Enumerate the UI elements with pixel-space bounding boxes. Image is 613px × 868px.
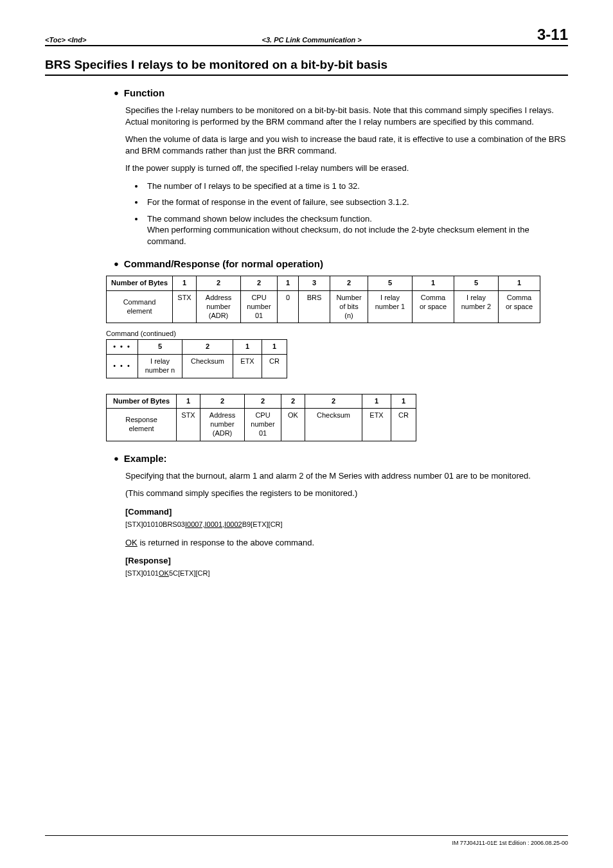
th: • • • bbox=[107, 340, 138, 355]
command-continued-note: Command (continued) bbox=[106, 330, 568, 337]
th-label: Number of Bytes bbox=[107, 394, 177, 409]
th: 1 bbox=[391, 394, 416, 409]
command-subheading: [Command] bbox=[125, 507, 568, 517]
td: CPU number 01 bbox=[241, 291, 278, 323]
th: 2 bbox=[305, 394, 362, 409]
section-title-row: BRS Specifies I relays to be monitored o… bbox=[45, 58, 568, 76]
td: BRS bbox=[299, 291, 330, 323]
th: 2 bbox=[281, 394, 305, 409]
td: STX bbox=[173, 291, 197, 323]
th: 1 bbox=[499, 276, 540, 291]
th: 5 bbox=[138, 340, 182, 355]
td: I relay number 2 bbox=[454, 291, 499, 323]
cmd-underlined: I0007,I0001,I0002 bbox=[185, 520, 242, 528]
td: ETX bbox=[362, 409, 391, 441]
function-li-2: For the format of response in the event … bbox=[145, 197, 568, 208]
th-label: Number of Bytes bbox=[107, 276, 173, 291]
function-li-1: The number of I relays to be specified a… bbox=[145, 181, 568, 192]
command-cont-table: • • • 5 2 1 1 • • • I relay number n Che… bbox=[106, 339, 287, 378]
td: Number of bits (n) bbox=[330, 291, 368, 323]
header-toc-ind[interactable]: <Toc> <Ind> bbox=[45, 36, 86, 44]
command-code: [STX]01010BRS03I0007,I0001,I0002B9[ETX][… bbox=[125, 520, 568, 528]
td: Address number (ADR) bbox=[197, 291, 241, 323]
example-para-2: (This command simply specifies the regis… bbox=[125, 488, 568, 499]
header-chapter: <3. PC Link Communication > bbox=[262, 36, 362, 44]
footer-text: IM 77J04J11-01E 1st Edition : 2006.08.25… bbox=[452, 840, 568, 846]
td: STX bbox=[177, 409, 200, 441]
function-para-3: If the power supply is turned off, the s… bbox=[125, 163, 568, 174]
page-header: <Toc> <Ind> <3. PC Link Communication > … bbox=[45, 26, 568, 46]
th: 1 bbox=[362, 394, 391, 409]
table-header-row: Number of Bytes 1 2 2 1 3 2 5 1 5 1 bbox=[107, 276, 540, 291]
resp-pre: [STX]0101 bbox=[125, 569, 159, 577]
page-footer: IM 77J04J11-01E 1st Edition : 2006.08.25… bbox=[45, 835, 568, 846]
response-table-wrap: Number of Bytes 1 2 2 2 2 1 1 Response e… bbox=[106, 394, 568, 441]
td: • • • bbox=[107, 355, 138, 378]
td: Comma or space bbox=[499, 291, 540, 323]
th: 1 bbox=[233, 340, 262, 355]
resp-post: 5C[ETX][CR] bbox=[169, 569, 210, 577]
th: 3 bbox=[299, 276, 330, 291]
th: 1 bbox=[262, 340, 287, 355]
cmd-post: B9[ETX][CR] bbox=[242, 520, 283, 528]
td: CPU number 01 bbox=[245, 409, 281, 441]
th: 2 bbox=[200, 394, 245, 409]
ok-post: is returned in response to the above com… bbox=[138, 538, 314, 547]
ok-underlined: OK bbox=[125, 538, 138, 547]
th: 2 bbox=[330, 276, 368, 291]
function-para-2: When the volume of data is large and you… bbox=[125, 134, 568, 156]
section-title: BRS Specifies I relays to be monitored o… bbox=[45, 58, 387, 71]
td: Address number (ADR) bbox=[200, 409, 245, 441]
th: 2 bbox=[182, 340, 233, 355]
th: 2 bbox=[245, 394, 281, 409]
heading-function: Function bbox=[114, 87, 568, 98]
table-header-row: Number of Bytes 1 2 2 2 2 1 1 bbox=[107, 394, 416, 409]
table-header-row: • • • 5 2 1 1 bbox=[107, 340, 287, 355]
td: CR bbox=[262, 355, 287, 378]
td: Checksum bbox=[305, 409, 362, 441]
command-table: Number of Bytes 1 2 2 1 3 2 5 1 5 1 Comm… bbox=[106, 276, 540, 323]
td: ETX bbox=[233, 355, 262, 378]
td: 0 bbox=[278, 291, 299, 323]
th: 1 bbox=[177, 394, 200, 409]
function-li-3: The command shown below includes the che… bbox=[145, 213, 568, 247]
table-row: Command element STX Address number (ADR)… bbox=[107, 291, 540, 323]
td: Checksum bbox=[182, 355, 233, 378]
response-code: [STX]0101OK5C[ETX][CR] bbox=[125, 569, 568, 577]
command-cont-table-wrap: • • • 5 2 1 1 • • • I relay number n Che… bbox=[106, 339, 568, 378]
heading-command-response: Command/Response (for normal operation) bbox=[114, 258, 568, 269]
resp-underlined: OK bbox=[159, 569, 169, 577]
th: 1 bbox=[413, 276, 454, 291]
table-row: Response element STX Address number (ADR… bbox=[107, 409, 416, 441]
example-para-1: Specifying that the burnout, alarm 1 and… bbox=[125, 470, 568, 482]
td: I relay number n bbox=[138, 355, 182, 378]
command-table-wrap: Number of Bytes 1 2 2 1 3 2 5 1 5 1 Comm… bbox=[106, 276, 568, 323]
td-label: Response element bbox=[107, 409, 177, 441]
td: I relay number 1 bbox=[368, 291, 413, 323]
td-label: Command element bbox=[107, 291, 173, 323]
response-table: Number of Bytes 1 2 2 2 2 1 1 Response e… bbox=[106, 394, 416, 441]
function-list: The number of I relays to be specified a… bbox=[125, 181, 568, 247]
ok-returned-para: OK is returned in response to the above … bbox=[125, 537, 568, 549]
th: 5 bbox=[368, 276, 413, 291]
table-row: • • • I relay number n Checksum ETX CR bbox=[107, 355, 287, 378]
header-page-number: 3-11 bbox=[537, 26, 568, 44]
td: OK bbox=[281, 409, 305, 441]
function-para-1: Specifies the I-relay numbers to be moni… bbox=[125, 105, 568, 127]
td: CR bbox=[391, 409, 416, 441]
td: Comma or space bbox=[413, 291, 454, 323]
cmd-pre: [STX]01010BRS03 bbox=[125, 520, 185, 528]
th: 1 bbox=[173, 276, 197, 291]
th: 5 bbox=[454, 276, 499, 291]
th: 2 bbox=[241, 276, 278, 291]
th: 2 bbox=[197, 276, 241, 291]
response-subheading: [Response] bbox=[125, 556, 568, 565]
heading-example: Example: bbox=[114, 453, 568, 464]
th: 1 bbox=[278, 276, 299, 291]
